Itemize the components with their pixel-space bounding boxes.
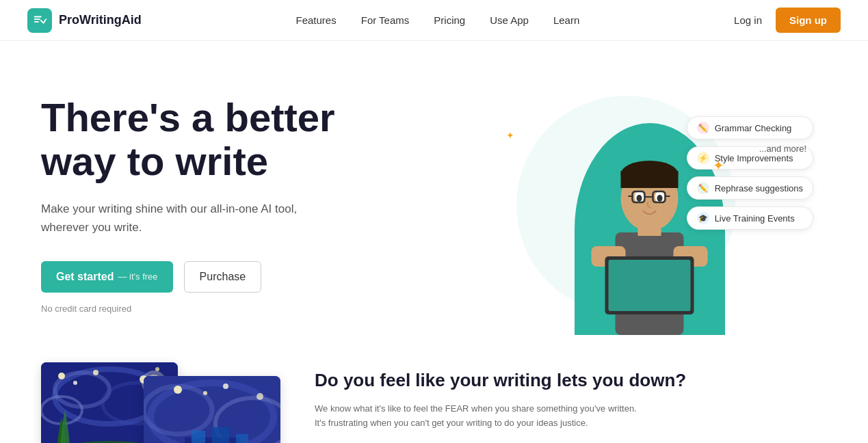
logo-icon xyxy=(27,8,52,33)
signup-button[interactable]: Sign up xyxy=(776,8,841,33)
nav-links: Features For Teams Pricing Use App Learn xyxy=(296,14,580,27)
badge-rephrase: ✏️ Rephrase suggestions xyxy=(687,176,813,200)
logo-link[interactable]: ProWritingAid xyxy=(27,8,142,33)
section-images: My idea in my head xyxy=(41,362,274,443)
svg-rect-43 xyxy=(236,434,248,443)
hero-section: There's a better way to write Make your … xyxy=(0,41,868,362)
badge-grammar: ✏️ Grammar Checking xyxy=(687,116,813,139)
svg-point-36 xyxy=(174,386,182,394)
svg-point-23 xyxy=(58,373,65,379)
logo-text: ProWritingAid xyxy=(59,13,142,27)
svg-point-12 xyxy=(657,195,662,202)
training-icon: 🎓 xyxy=(697,212,709,224)
svg-point-39 xyxy=(203,391,207,395)
navbar: ProWritingAid Features For Teams Pricing… xyxy=(0,0,868,41)
section-two-body: We know what it's like to feel the FEAR … xyxy=(315,402,643,431)
svg-point-38 xyxy=(257,393,263,400)
nav-item-for-teams[interactable]: For Teams xyxy=(361,14,410,27)
svg-point-26 xyxy=(155,367,159,371)
nav-item-use-app[interactable]: Use App xyxy=(490,14,529,27)
image-card-2: My idea in my head xyxy=(144,376,280,443)
login-button[interactable]: Log in xyxy=(734,14,762,26)
badge-training: 🎓 Live Training Events xyxy=(687,206,813,230)
svg-point-37 xyxy=(223,384,228,389)
section-two-text: Do you feel like your writing lets you d… xyxy=(315,362,827,430)
hero-subtitle: Make your writing shine with our all-in-… xyxy=(41,200,301,237)
svg-point-11 xyxy=(636,195,642,202)
purchase-button[interactable]: Purchase xyxy=(184,261,262,293)
get-started-button[interactable]: Get started — it's free xyxy=(41,261,173,293)
svg-rect-42 xyxy=(212,427,229,443)
section-two-heading: Do you feel like your writing lets you d… xyxy=(315,369,827,392)
svg-rect-41 xyxy=(192,431,205,443)
grammar-icon: ✏️ xyxy=(697,122,709,134)
more-label: ...and more! xyxy=(759,144,806,154)
section-two: My idea in my head Do you feel like your… xyxy=(0,362,868,443)
hero-image: ...and more! ✏️ Grammar Checking ⚡ Style… xyxy=(424,75,827,335)
rephrase-icon: ✏️ xyxy=(697,182,709,194)
nav-actions: Log in Sign up xyxy=(734,8,841,33)
hero-title: There's a better way to write xyxy=(41,96,424,183)
nav-item-learn[interactable]: Learn xyxy=(553,14,579,27)
svg-rect-4 xyxy=(608,260,690,311)
feature-badges: ...and more! ✏️ Grammar Checking ⚡ Style… xyxy=(687,116,813,230)
nav-item-pricing[interactable]: Pricing xyxy=(434,14,465,27)
sparkle-icon: ✦ xyxy=(713,157,724,174)
hero-cta: Get started — it's free Purchase xyxy=(41,261,424,293)
style-icon: ⚡ xyxy=(697,152,709,164)
hero-content: There's a better way to write Make your … xyxy=(41,82,424,314)
svg-point-24 xyxy=(93,370,98,375)
svg-rect-8 xyxy=(620,171,678,188)
sparkle-icon-2: ✦ xyxy=(506,130,514,141)
nav-item-features[interactable]: Features xyxy=(296,14,337,27)
no-credit-text: No credit card required xyxy=(41,304,424,314)
svg-point-27 xyxy=(73,381,77,385)
